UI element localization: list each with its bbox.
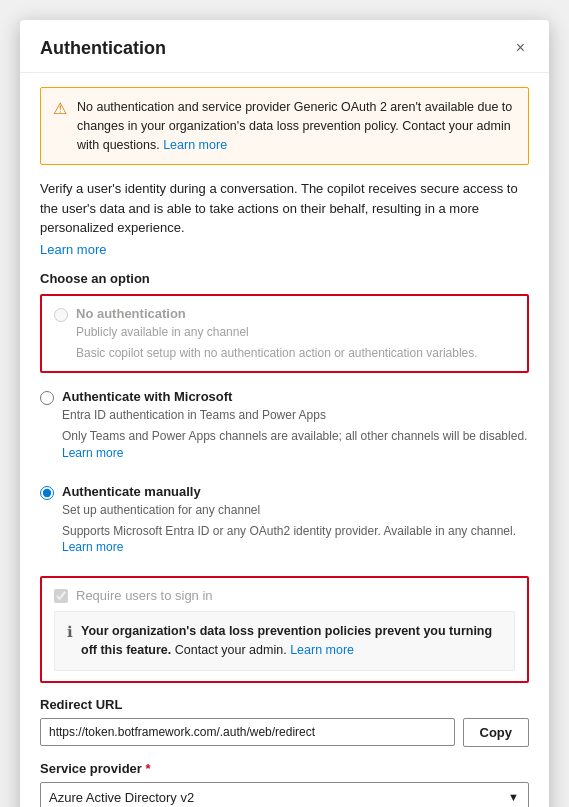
microsoft-auth-learn-more[interactable]: Learn more xyxy=(62,446,123,460)
require-signin-checkbox[interactable] xyxy=(54,589,68,603)
warning-banner: ⚠ No authentication and service provider… xyxy=(40,87,529,165)
no-auth-row: No authentication xyxy=(54,306,515,322)
require-signin-box: Require users to sign in ℹ Your organiza… xyxy=(40,576,529,683)
redirect-url-row: Copy xyxy=(40,718,529,747)
dialog-title: Authentication xyxy=(40,38,166,59)
require-signin-label: Require users to sign in xyxy=(76,588,213,603)
manual-auth-row: Authenticate manually xyxy=(40,484,529,500)
manual-auth-desc2: Supports Microsoft Entra ID or any OAuth… xyxy=(62,523,529,557)
dialog-body: ⚠ No authentication and service provider… xyxy=(20,73,549,807)
warning-learn-more-link[interactable]: Learn more xyxy=(163,138,227,152)
required-indicator: * xyxy=(146,761,151,776)
microsoft-auth-radio[interactable] xyxy=(40,391,54,405)
no-auth-label: No authentication xyxy=(76,306,186,321)
manual-auth-label: Authenticate manually xyxy=(62,484,201,499)
manual-auth-desc1: Set up authentication for any channel xyxy=(62,502,529,519)
microsoft-auth-row: Authenticate with Microsoft xyxy=(40,389,529,405)
warning-text: No authentication and service provider G… xyxy=(77,98,516,154)
no-auth-option-box: No authentication Publicly available in … xyxy=(40,294,529,374)
dlp-info-box: ℹ Your organization's data loss preventi… xyxy=(54,611,515,671)
service-provider-select[interactable]: Azure Active Directory Azure Active Dire… xyxy=(40,782,529,807)
dlp-text: Your organization's data loss prevention… xyxy=(81,622,502,660)
dlp-learn-more-link[interactable]: Learn more xyxy=(290,643,354,657)
service-provider-dropdown: Azure Active Directory Azure Active Dire… xyxy=(40,782,529,807)
redirect-url-input[interactable] xyxy=(40,718,455,746)
no-auth-desc2: Basic copilot setup with no authenticati… xyxy=(76,345,515,362)
close-button[interactable]: × xyxy=(512,36,529,60)
service-provider-label: Service provider * xyxy=(40,761,529,776)
description-text: Verify a user's identity during a conver… xyxy=(40,179,529,238)
service-provider-section: Service provider * Azure Active Director… xyxy=(40,761,529,807)
dialog-header: Authentication × xyxy=(20,20,549,73)
info-icon: ℹ xyxy=(67,623,73,641)
manual-auth-option: Authenticate manually Set up authenticat… xyxy=(40,474,529,566)
copy-button[interactable]: Copy xyxy=(463,718,530,747)
microsoft-auth-label: Authenticate with Microsoft xyxy=(62,389,232,404)
choose-option-label: Choose an option xyxy=(40,271,529,286)
warning-icon: ⚠ xyxy=(53,99,67,154)
manual-auth-learn-more[interactable]: Learn more xyxy=(62,540,123,554)
description-learn-more-link[interactable]: Learn more xyxy=(40,242,106,257)
redirect-url-label: Redirect URL xyxy=(40,697,529,712)
microsoft-auth-desc1: Entra ID authentication in Teams and Pow… xyxy=(62,407,529,424)
no-auth-radio[interactable] xyxy=(54,308,68,322)
manual-auth-radio[interactable] xyxy=(40,486,54,500)
microsoft-auth-option: Authenticate with Microsoft Entra ID aut… xyxy=(40,379,529,471)
authentication-dialog: Authentication × ⚠ No authentication and… xyxy=(20,20,549,807)
redirect-url-section: Redirect URL Copy xyxy=(40,697,529,747)
require-signin-row: Require users to sign in xyxy=(54,588,515,603)
no-auth-desc1: Publicly available in any channel xyxy=(76,324,515,341)
microsoft-auth-desc2: Only Teams and Power Apps channels are a… xyxy=(62,428,529,462)
